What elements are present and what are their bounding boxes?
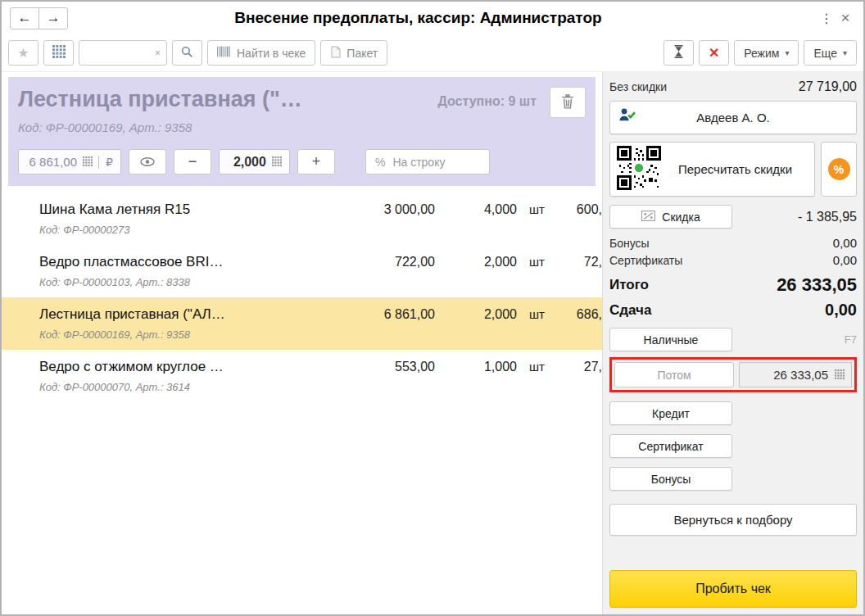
forward-button[interactable]: → — [38, 7, 68, 29]
back-to-selection-label: Вернуться к подбору — [673, 513, 792, 527]
list-item[interactable]: Ведро с отжимом круглое … 553,00 1,000 ш… — [2, 350, 602, 402]
bonuses-button-label: Бонусы — [651, 473, 691, 486]
list-item-main: Ведро с отжимом круглое … 553,00 1,000 ш… — [11, 359, 602, 375]
receipt-panel: Лестница приставная ("… Доступно: 9 шт К… — [2, 72, 602, 614]
find-in-check-button[interactable]: Найти в чеке — [207, 40, 315, 66]
quick-search-box: × — [79, 40, 167, 66]
later-payment-row-highlighted: Потом 26 333,05 — [609, 357, 857, 392]
content: Лестница приставная ("… Доступно: 9 шт К… — [2, 72, 863, 614]
available-qty-label: Доступно: 9 шт — [437, 94, 537, 109]
item-qty: 2,000 — [435, 307, 517, 322]
qty-increase-button[interactable]: + — [297, 149, 335, 174]
package-button[interactable]: Пакет — [320, 40, 387, 66]
item-name: Лестница приставная ("АЛ… — [11, 306, 345, 323]
hourglass-icon — [673, 45, 684, 61]
certificate-button[interactable]: Сертификат — [609, 434, 732, 458]
star-icon: ★ — [17, 45, 29, 61]
checkout-button[interactable]: Пробить чек — [609, 570, 857, 608]
find-in-check-label: Найти в чеке — [237, 47, 306, 60]
pos-window: ← → Внесение предоплаты, кассир: Админис… — [0, 0, 865, 616]
item-unit: шт — [517, 307, 556, 321]
price-value: 6 861,00 — [26, 155, 77, 169]
item-total: 600, — [556, 202, 602, 217]
eye-icon — [140, 153, 155, 170]
favorites-button[interactable]: ★ — [8, 40, 38, 66]
currency-label: ₽ — [98, 156, 113, 169]
total-value: 26 333,05 — [777, 274, 857, 296]
minus-icon: − — [188, 153, 197, 170]
list-item[interactable]: Ведро пластмассовое BRI… 722,00 2,000 шт… — [2, 245, 602, 297]
percent-badge-icon: % — [828, 158, 850, 180]
item-unit: шт — [517, 360, 556, 374]
total-label: Итого — [609, 277, 649, 293]
person-check-icon — [618, 108, 636, 125]
trash-icon — [561, 94, 574, 111]
mode-label: Режим — [744, 47, 779, 60]
item-total: 72, — [556, 255, 602, 270]
later-button[interactable]: Потом — [614, 362, 734, 387]
item-unit: шт — [517, 202, 556, 216]
item-price: 3 000,00 — [345, 202, 435, 217]
keypad-icon[interactable] — [83, 155, 93, 170]
no-discount-value: 27 719,00 — [799, 79, 857, 94]
mode-dropdown[interactable]: Режим ▾ — [734, 40, 799, 66]
cash-button[interactable]: Наличные — [609, 328, 732, 351]
qty-decrease-button[interactable]: − — [174, 149, 211, 174]
certificates-label: Сертификаты — [609, 254, 682, 267]
list-item[interactable]: Шина Кама летняя R15 3 000,00 4,000 шт 6… — [2, 192, 602, 245]
item-unit: шт — [517, 255, 556, 269]
certificates-row: Сертификаты 0,00 — [609, 253, 857, 267]
line-discount-button[interactable]: % На строку — [365, 149, 490, 174]
item-name: Шина Кама летняя R15 — [11, 202, 345, 218]
barcode-icon — [217, 46, 231, 60]
cancel-button[interactable]: ✕ — [699, 40, 729, 66]
bonuses-row: Бонусы 0,00 — [609, 236, 857, 250]
manual-discount-button[interactable]: % — [821, 142, 857, 197]
item-code: Код: ФР-00000103, Арт.: 8338 — [11, 276, 602, 288]
clear-search-icon[interactable]: × — [155, 48, 161, 59]
discount-button[interactable]: Скидка — [609, 205, 732, 229]
discount-card-icon — [641, 211, 655, 224]
item-total: 27, — [556, 360, 602, 374]
receipt-items-list: Шина Кама летняя R15 3 000,00 4,000 шт 6… — [2, 192, 602, 614]
delete-line-button[interactable] — [550, 87, 586, 118]
credit-button[interactable]: Кредит — [609, 401, 732, 425]
quick-search-input[interactable] — [85, 47, 155, 59]
item-price: 553,00 — [345, 360, 435, 374]
checkout-label: Пробить чек — [695, 582, 771, 596]
keypad-icon[interactable] — [835, 368, 845, 382]
close-icon[interactable]: × — [836, 9, 855, 27]
numpad-button[interactable] — [43, 40, 74, 66]
line-discount-label: На строку — [392, 156, 445, 169]
item-name: Ведро с отжимом круглое … — [11, 359, 345, 375]
view-line-button[interactable] — [129, 149, 166, 174]
hourglass-button[interactable] — [663, 40, 694, 66]
certificate-button-label: Сертификат — [638, 440, 703, 453]
percent-icon: % — [375, 156, 385, 169]
keypad-icon[interactable] — [272, 155, 282, 170]
package-icon — [330, 46, 341, 61]
list-item-selected[interactable]: Лестница приставная ("АЛ… 6 861,00 2,000… — [2, 297, 602, 350]
back-button[interactable]: ← — [10, 7, 39, 29]
price-field[interactable]: 6 861,00 ₽ — [18, 149, 121, 174]
search-icon — [181, 46, 193, 61]
bonuses-value: 0,00 — [833, 236, 857, 250]
back-to-selection-button[interactable]: Вернуться к подбору — [609, 504, 857, 536]
bonuses-label: Бонусы — [609, 237, 650, 250]
later-amount-field[interactable]: 26 333,05 — [739, 362, 852, 387]
certificates-value: 0,00 — [833, 253, 857, 267]
bonuses-button[interactable]: Бонусы — [609, 467, 732, 491]
selected-product-header: Лестница приставная ("… Доступно: 9 шт — [18, 87, 586, 118]
kebab-menu-icon[interactable]: ⋮ — [817, 11, 836, 26]
search-button[interactable] — [172, 40, 202, 66]
back-arrow-icon: ← — [18, 10, 32, 26]
change-row: Сдача 0,00 — [609, 301, 857, 319]
change-value: 0,00 — [825, 301, 857, 319]
more-dropdown[interactable]: Еще ▾ — [804, 40, 857, 66]
client-button[interactable]: Авдеев А. О. — [609, 101, 857, 134]
list-item-main: Ведро пластмассовое BRI… 722,00 2,000 шт… — [11, 254, 602, 270]
list-item-main: Лестница приставная ("АЛ… 6 861,00 2,000… — [11, 306, 602, 323]
line-controls: 6 861,00 ₽ — [18, 149, 586, 174]
qty-field[interactable]: 2,000 — [219, 149, 290, 174]
recalc-discounts-button[interactable]: Пересчитать скидки — [609, 142, 815, 197]
